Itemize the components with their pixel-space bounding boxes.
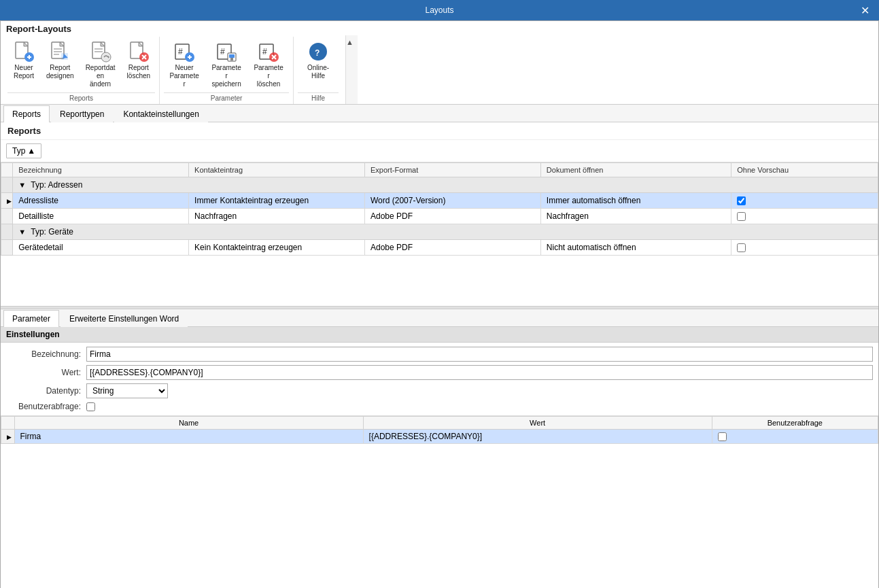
- new-report-button[interactable]: NeuerReport: [7, 38, 40, 91]
- svg-text:#: #: [178, 47, 183, 56]
- svg-rect-4: [29, 55, 30, 59]
- new-report-label: NeuerReport: [14, 64, 34, 80]
- group-toggle[interactable]: ▼: [18, 228, 26, 236]
- cell-kontakteintrag: Kein Kontakteintrag erzeugen: [189, 240, 365, 256]
- cell-dokument-oeffnen: Immer automatisch öffnen: [540, 193, 731, 209]
- datentyp-select[interactable]: String Integer Boolean: [86, 383, 168, 398]
- delete-report-icon: [128, 41, 150, 63]
- table-row[interactable]: ▶ Firma [{ADDRESSES}.{COMPANY0}]: [1, 430, 878, 444]
- form-row-wert: Wert:: [6, 365, 873, 380]
- param-benutzerabfrage-checkbox[interactable]: [718, 432, 727, 441]
- param-th-wert[interactable]: Wert: [363, 417, 712, 430]
- th-export-format[interactable]: Export-Format: [364, 163, 540, 177]
- param-th-name[interactable]: Name: [14, 417, 363, 430]
- ohne-vorschau-checkbox[interactable]: [737, 212, 746, 221]
- change-data-label: Reportdatenändern: [85, 64, 116, 88]
- ribbon-title: Report-Layouts: [1, 21, 878, 35]
- online-help-button[interactable]: ? Online-Hilfe: [298, 38, 339, 91]
- save-param-icon: #: [216, 41, 237, 63]
- ribbon-scroll-indicator[interactable]: ▲: [345, 35, 358, 104]
- parameter-group-label: Parameter: [164, 92, 289, 104]
- table-row: ▼ Typ: Geräte: [1, 224, 878, 240]
- param-table: Name Wert Benutzerabfrage ▶ Firma [{ADDR…: [1, 416, 878, 444]
- datentyp-label: Datentyp:: [6, 386, 81, 396]
- svg-rect-32: [230, 58, 233, 60]
- settings-section-header: Einstellungen: [1, 327, 878, 343]
- cell-dokument-oeffnen: Nicht automatisch öffnen: [540, 240, 731, 256]
- th-bezeichnung[interactable]: Bezeichnung: [13, 163, 189, 177]
- new-param-button[interactable]: # NeuerParameter: [164, 38, 205, 91]
- th-ohne-vorschau[interactable]: Ohne Vorschau: [731, 163, 878, 177]
- bottom-tab-strip: Parameter Erweiterte Einstellungen Word: [1, 309, 878, 327]
- cell-ohne-vorschau: [731, 193, 878, 209]
- form-row-bezeichnung: Bezeichnung:: [6, 347, 873, 362]
- param-cell-name: Firma: [14, 430, 363, 444]
- save-param-button[interactable]: # Parameterspeichern: [206, 38, 247, 91]
- new-param-label: NeuerParameter: [169, 64, 200, 88]
- table-row[interactable]: Gerätedetail Kein Kontakteintrag erzeuge…: [1, 240, 878, 256]
- change-data-icon: [90, 41, 111, 63]
- table-row[interactable]: Detailliste Nachfragen Adobe PDF Nachfra…: [1, 209, 878, 224]
- tab-erweiterte[interactable]: Erweiterte Einstellungen Word: [61, 310, 188, 327]
- param-th-indicator: [1, 417, 15, 430]
- svg-text:?: ?: [315, 48, 320, 58]
- bezeichnung-input[interactable]: [86, 347, 873, 362]
- filter-bar: Typ ▲: [1, 140, 878, 162]
- tab-kontakteinstellungen[interactable]: Kontakteinstellungen: [114, 105, 207, 122]
- delete-param-label: Parameterlöschen: [253, 64, 284, 88]
- change-data-button[interactable]: Reportdatenändern: [80, 38, 121, 91]
- filter-type-button[interactable]: Typ ▲: [6, 143, 41, 158]
- new-param-icon: #: [173, 41, 195, 63]
- reports-section-header: Reports: [1, 122, 878, 140]
- cell-export-format: Adobe PDF: [364, 240, 540, 256]
- cell-kontakteintrag: Nachfragen: [189, 209, 365, 224]
- delete-report-button[interactable]: Reportlöschen: [122, 38, 155, 91]
- design-report-icon: [49, 41, 71, 63]
- cell-kontakteintrag: Immer Kontakteintrag erzeugen: [189, 193, 365, 209]
- tab-reporttypen[interactable]: Reporttypen: [51, 105, 113, 122]
- param-table-wrap: Name Wert Benutzerabfrage ▶ Firma [{ADDR…: [1, 415, 878, 588]
- filter-arrow: ▲: [27, 146, 35, 156]
- close-button[interactable]: ✕: [857, 3, 874, 18]
- th-indicator: [1, 163, 13, 177]
- group-toggle[interactable]: ▼: [18, 181, 26, 189]
- reports-table-wrap: Bezeichnung Kontakteintrag Export-Format…: [1, 162, 878, 298]
- cell-export-format: Adobe PDF: [364, 209, 540, 224]
- group-label: Typ: Adressen: [31, 180, 82, 190]
- new-report-icon: [13, 41, 35, 63]
- tab-parameter[interactable]: Parameter: [3, 310, 59, 327]
- ribbon-buttons-reports: NeuerReport: [7, 38, 155, 91]
- param-th-benutzerabfrage[interactable]: Benutzerabfrage: [712, 417, 878, 430]
- tab-reports[interactable]: Reports: [3, 105, 50, 122]
- wert-input[interactable]: [86, 365, 873, 380]
- reports-group-label: Reports: [7, 92, 155, 104]
- cell-export-format: Word (2007-Version): [364, 193, 540, 209]
- benutzerabfrage-checkbox[interactable]: [86, 402, 95, 411]
- hilfe-group-label: Hilfe: [298, 92, 339, 104]
- form-row-benutzerabfrage: Benutzerabfrage:: [6, 402, 873, 411]
- bottom-panel: Parameter Erweiterte Einstellungen Word …: [1, 309, 878, 588]
- design-report-button[interactable]: Reportdesignen: [41, 38, 79, 91]
- svg-rect-31: [229, 54, 235, 58]
- th-dokument-oeffnen[interactable]: Dokument öffnen: [540, 163, 731, 177]
- delete-report-label: Reportlöschen: [127, 64, 150, 80]
- ribbon-group-parameter: # NeuerParameter: [160, 37, 294, 104]
- th-kontakteintrag[interactable]: Kontakteintrag: [189, 163, 365, 177]
- delete-param-button[interactable]: # Parameterlöschen: [248, 38, 289, 91]
- save-param-label: Parameterspeichern: [211, 64, 242, 88]
- table-row[interactable]: ▶ Adressliste Immer Kontakteintrag erzeu…: [1, 193, 878, 209]
- ribbon-buttons-parameter: # NeuerParameter: [164, 38, 289, 91]
- filter-type-label: Typ: [12, 146, 25, 156]
- svg-rect-27: [189, 55, 190, 59]
- settings-form: Bezeichnung: Wert: Datentyp: String Inte…: [1, 343, 878, 415]
- ribbon-content: NeuerReport: [1, 35, 345, 104]
- ribbon-buttons-hilfe: ? Online-Hilfe: [298, 38, 339, 91]
- wert-label: Wert:: [6, 368, 81, 377]
- delete-param-icon: #: [258, 41, 279, 63]
- ohne-vorschau-checkbox[interactable]: [737, 243, 746, 252]
- ohne-vorschau-checkbox[interactable]: [737, 196, 746, 205]
- form-row-datentyp: Datentyp: String Integer Boolean: [6, 383, 873, 398]
- cell-bezeichnung: Gerätedetail: [13, 240, 189, 256]
- window-title: Layouts: [425, 5, 453, 15]
- main-tab-strip: Reports Reporttypen Kontakteinstellungen: [1, 105, 878, 122]
